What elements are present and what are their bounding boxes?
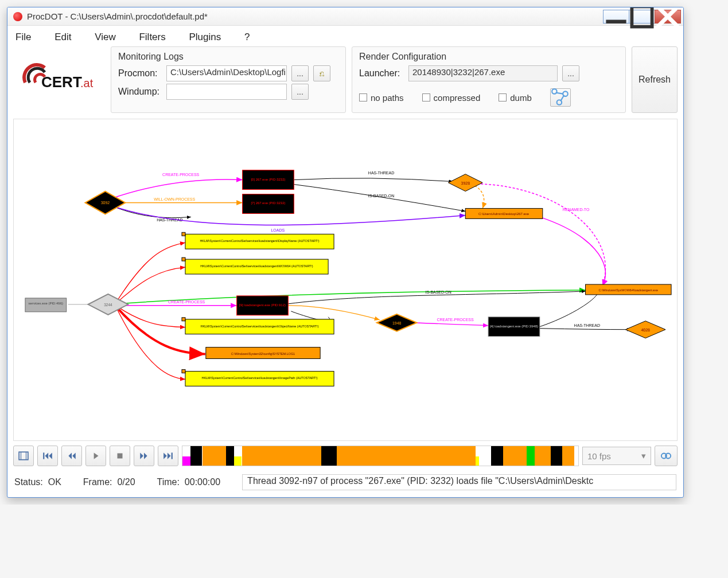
svg-text:C:\Windows\SysWOW64\loadstange: C:\Windows\SysWOW64\loadstangent.exe: [598, 288, 658, 292]
svg-text:IS-BASED-ON: IS-BASED-ON: [368, 194, 394, 198]
svg-text:IS-BASED-ON: IS-BASED-ON: [426, 290, 451, 294]
next-button[interactable]: [134, 446, 154, 466]
frame-label: Frame:: [83, 477, 112, 487]
svg-text:HKLM\System\CurrentControlSet\: HKLM\System\CurrentControlSet\services\l…: [200, 325, 318, 328]
monitoring-title: Monitoring Logs: [118, 52, 338, 62]
window-title: ProcDOT - C:\Users\Admin\.procdot\defaul…: [27, 11, 604, 21]
close-button[interactable]: [655, 10, 681, 24]
svg-text:C:\Users\Admin\Desktop\267.exe: C:\Users\Admin\Desktop\267.exe: [478, 212, 530, 216]
film-button[interactable]: [13, 446, 34, 466]
svg-text:WILL-OWN-PROCESS: WILL-OWN-PROCESS: [154, 197, 195, 201]
procmon-clear-button[interactable]: ⎌: [313, 65, 330, 81]
status-detail: Thread 3092-n97 of process "267.exe" (PI…: [242, 474, 676, 490]
svg-rect-65: [172, 452, 173, 459]
menu-plugins[interactable]: Plugins: [189, 32, 221, 42]
maximize-button[interactable]: [629, 10, 655, 24]
svg-line-9: [555, 93, 563, 94]
svg-text:HKLM\System\CurrentControlSet\: HKLM\System\CurrentControlSet\services\l…: [200, 264, 313, 268]
menu-file[interactable]: File: [15, 32, 31, 42]
timeline[interactable]: [182, 446, 579, 466]
svg-text:HKLM\System\CurrentControlSet\: HKLM\System\CurrentControlSet\services\l…: [200, 239, 319, 243]
dumb-checkbox[interactable]: dumb: [499, 93, 532, 103]
svg-rect-42: [182, 257, 185, 261]
svg-rect-64: [118, 454, 123, 459]
menu-view[interactable]: View: [95, 32, 116, 42]
graph-options-button[interactable]: [550, 88, 571, 107]
svg-rect-50: [182, 369, 185, 373]
svg-text:1948: 1948: [392, 321, 402, 325]
windump-label: Windump:: [118, 87, 162, 97]
cert-logo: CERT .at: [13, 46, 105, 107]
menubar: File Edit View Filters Plugins ?: [7, 26, 683, 46]
status-bar: Status: OK Frame: 0/20 Time: 00:00:00 Th…: [7, 471, 683, 497]
svg-text:[7]
267.exe
(PID:3232): [7] 267.exe (PID:3232): [251, 201, 285, 205]
svg-text:CREATE-PROCESS: CREATE-PROCESS: [168, 300, 205, 304]
procmon-label: Procmon:: [118, 68, 162, 79]
svg-text:RENAMED-TO: RENAMED-TO: [563, 208, 590, 212]
svg-text:4028: 4028: [641, 328, 650, 332]
loop-button[interactable]: [655, 446, 678, 466]
last-button[interactable]: [158, 446, 178, 466]
svg-text:HAS-THREAD: HAS-THREAD: [574, 323, 600, 327]
svg-text:CERT: CERT: [41, 73, 82, 91]
status-label: Status:: [14, 477, 43, 487]
time-label: Time:: [157, 477, 180, 487]
procmon-browse-button[interactable]: ...: [291, 65, 309, 81]
minimize-button[interactable]: [603, 10, 629, 24]
windump-browse-button[interactable]: ...: [291, 84, 309, 100]
launcher-label: Launcher:: [359, 68, 404, 79]
svg-rect-60: [19, 452, 28, 460]
prev-button[interactable]: [61, 446, 82, 466]
svg-text:3928: 3928: [461, 181, 470, 185]
chevron-down-icon: ▾: [641, 451, 646, 461]
titlebar[interactable]: ProcDOT - C:\Users\Admin\.procdot\defaul…: [7, 7, 683, 26]
first-button[interactable]: [37, 446, 58, 466]
svg-text:3244: 3244: [104, 303, 112, 307]
svg-text:CREATE-PROCESS: CREATE-PROCESS: [437, 318, 473, 322]
status-value: OK: [48, 477, 61, 487]
graph-canvas[interactable]: CREATE-PROCESS WILL-OWN-PROCESS HAS-THRE…: [13, 119, 678, 441]
svg-rect-63: [43, 452, 44, 459]
svg-text:HAS-THREAD: HAS-THREAD: [368, 171, 394, 175]
no-paths-checkbox[interactable]: no paths: [359, 93, 404, 103]
menu-filters[interactable]: Filters: [139, 32, 165, 42]
stop-button[interactable]: [110, 446, 130, 466]
windump-input[interactable]: [166, 84, 287, 100]
svg-text:[4]
loadstangent.exe
(PID:3948: [4] loadstangent.exe (PID:3948): [490, 325, 538, 328]
record-icon: [13, 12, 22, 21]
frame-value: 0/20: [117, 477, 135, 487]
render-title: Render Configuration: [359, 52, 618, 62]
svg-text:.at: .at: [80, 77, 94, 89]
compressed-checkbox[interactable]: compressed: [422, 93, 481, 103]
fps-selector[interactable]: 10 fps ▾: [582, 447, 651, 465]
svg-text:HKLM\System\CurrentControlSet\: HKLM\System\CurrentControlSet\services\l…: [201, 376, 317, 380]
time-value: 00:00:00: [185, 477, 220, 487]
launcher-browse-button[interactable]: ...: [562, 65, 579, 81]
app-window: ProcDOT - C:\Users\Admin\.procdot\defaul…: [7, 7, 684, 498]
svg-rect-39: [182, 232, 185, 236]
svg-text:[9]
loadstangent.exe
(PID:912): [9] loadstangent.exe (PID:912): [239, 303, 286, 307]
svg-rect-45: [182, 318, 185, 321]
launcher-input[interactable]: 20148930|3232|267.exe: [408, 65, 558, 81]
svg-text:LOADS: LOADS: [271, 228, 285, 232]
monitoring-logs-panel: Monitoring Logs Procmon: C:\Users\Admin\…: [111, 46, 346, 113]
refresh-button[interactable]: Refresh: [632, 46, 678, 113]
play-button[interactable]: [85, 446, 106, 466]
menu-edit[interactable]: Edit: [54, 32, 71, 42]
playback-controls: 10 fps ▾: [7, 441, 683, 471]
svg-text:[0]
267.exe
(PID:3232): [0] 267.exe (PID:3232): [251, 178, 285, 181]
procmon-input[interactable]: C:\Users\Admin\Desktop\Logfi: [166, 65, 287, 81]
svg-text:3092: 3092: [101, 201, 110, 205]
svg-text:services.exe
(PID:496): services.exe (PID:496): [29, 302, 63, 305]
menu-help[interactable]: ?: [244, 32, 250, 42]
svg-rect-1: [632, 7, 652, 26]
svg-text:CREATE-PROCESS: CREATE-PROCESS: [162, 173, 199, 177]
svg-line-10: [560, 95, 564, 101]
svg-text:C:\Windows\System32\config\SYS: C:\Windows\System32\config\SYSTEM.LOG1: [231, 352, 295, 356]
render-config-panel: Render Configuration Launcher: 20148930|…: [352, 46, 626, 113]
